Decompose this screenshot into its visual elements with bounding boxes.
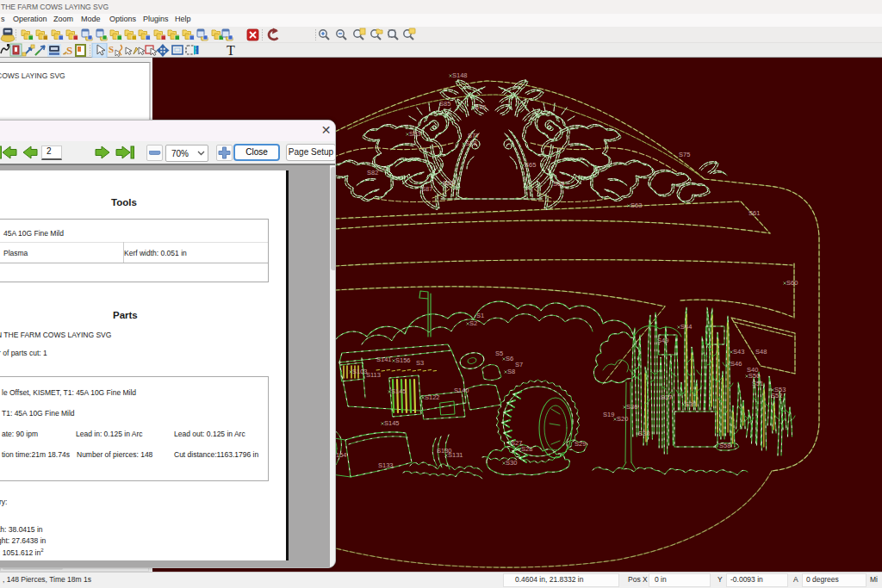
svg-text:S83: S83	[409, 130, 420, 138]
svg-text:S78: S78	[465, 139, 476, 147]
svg-text:S76: S76	[475, 103, 486, 111]
svg-text:S86: S86	[443, 179, 454, 187]
svg-text:S39: S39	[685, 400, 696, 408]
svg-text:S5: S5	[495, 350, 503, 357]
svg-text:S: S	[66, 44, 72, 57]
svg-text:S60: S60	[786, 279, 798, 287]
svg-text:S50: S50	[748, 372, 760, 380]
svg-text:S49: S49	[657, 337, 668, 344]
svg-text:S85: S85	[439, 100, 450, 108]
svg-text:S44: S44	[680, 323, 692, 331]
svg-text:S61: S61	[748, 209, 760, 217]
svg-text:S51: S51	[752, 380, 763, 387]
svg-text:S131: S131	[448, 451, 463, 459]
svg-text:S33: S33	[638, 430, 649, 437]
svg-text:S64: S64	[553, 180, 564, 188]
svg-text:S82: S82	[367, 169, 378, 176]
svg-text:S113: S113	[366, 371, 381, 379]
svg-text:S36: S36	[626, 403, 637, 411]
svg-text:S3: S3	[416, 359, 424, 367]
svg-text:S63: S63	[630, 201, 642, 209]
svg-text:S46: S46	[730, 360, 742, 368]
svg-text:S48: S48	[755, 348, 767, 356]
svg-text:S28: S28	[521, 445, 532, 453]
svg-text:S37: S37	[661, 393, 672, 401]
svg-text:S122: S122	[425, 393, 440, 401]
svg-text:S43: S43	[733, 348, 744, 356]
svg-text:S29: S29	[575, 440, 586, 448]
svg-text:S30: S30	[506, 459, 517, 467]
svg-text:S145: S145	[391, 387, 407, 395]
svg-text:S133: S133	[378, 461, 394, 469]
svg-text:S103: S103	[352, 368, 368, 375]
svg-text:S145: S145	[384, 419, 400, 427]
svg-text:S: S	[109, 44, 114, 54]
svg-text:S52: S52	[771, 392, 782, 399]
svg-text:S141: S141	[376, 356, 392, 363]
svg-text:T: T	[227, 43, 235, 58]
svg-text:S1: S1	[476, 312, 484, 319]
svg-text:S6: S6	[506, 355, 513, 362]
svg-text:S140: S140	[454, 387, 469, 394]
svg-text:S87: S87	[421, 185, 432, 193]
svg-text:S7: S7	[515, 361, 523, 368]
svg-text:S2: S2	[469, 319, 477, 327]
svg-text:S77: S77	[468, 132, 479, 139]
svg-text:S8: S8	[507, 368, 515, 375]
svg-text:S20: S20	[617, 415, 628, 423]
svg-text:S19: S19	[603, 411, 614, 418]
svg-text:S148: S148	[452, 71, 468, 79]
svg-text:S58: S58	[719, 442, 730, 449]
svg-text:S156: S156	[395, 356, 411, 364]
svg-text:S65: S65	[525, 161, 536, 169]
svg-text:S75: S75	[679, 151, 690, 158]
